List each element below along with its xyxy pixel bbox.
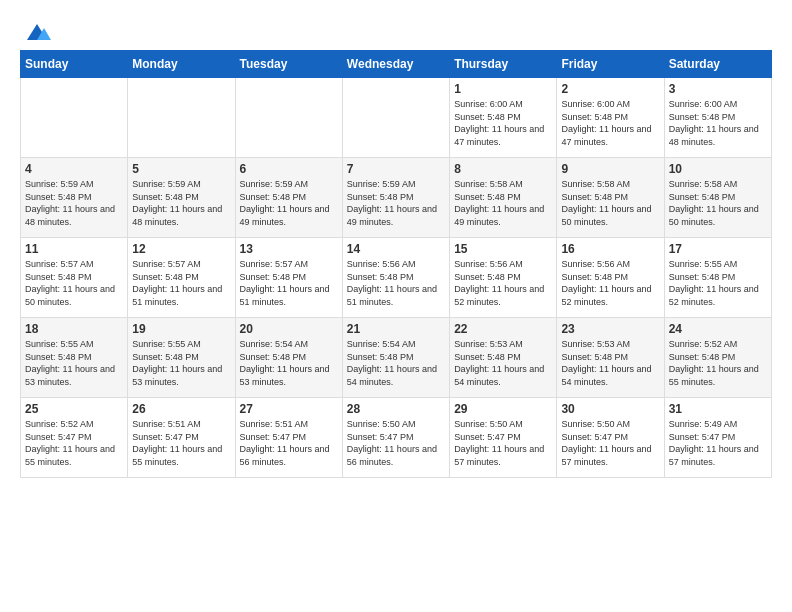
day-info: Sunrise: 5:55 AM Sunset: 5:48 PM Dayligh… — [669, 258, 767, 308]
day-number: 1 — [454, 82, 552, 96]
calendar-cell — [342, 78, 449, 158]
day-number: 24 — [669, 322, 767, 336]
calendar-cell: 8Sunrise: 5:58 AM Sunset: 5:48 PM Daylig… — [450, 158, 557, 238]
calendar-cell: 18Sunrise: 5:55 AM Sunset: 5:48 PM Dayli… — [21, 318, 128, 398]
day-number: 17 — [669, 242, 767, 256]
day-number: 31 — [669, 402, 767, 416]
logo — [20, 20, 52, 40]
weekday-header-monday: Monday — [128, 51, 235, 78]
calendar-cell: 14Sunrise: 5:56 AM Sunset: 5:48 PM Dayli… — [342, 238, 449, 318]
day-number: 3 — [669, 82, 767, 96]
calendar-cell — [128, 78, 235, 158]
calendar-cell: 30Sunrise: 5:50 AM Sunset: 5:47 PM Dayli… — [557, 398, 664, 478]
day-info: Sunrise: 6:00 AM Sunset: 5:48 PM Dayligh… — [454, 98, 552, 148]
day-info: Sunrise: 5:58 AM Sunset: 5:48 PM Dayligh… — [561, 178, 659, 228]
calendar-table: SundayMondayTuesdayWednesdayThursdayFrid… — [20, 50, 772, 478]
weekday-header-wednesday: Wednesday — [342, 51, 449, 78]
day-number: 25 — [25, 402, 123, 416]
calendar-cell: 13Sunrise: 5:57 AM Sunset: 5:48 PM Dayli… — [235, 238, 342, 318]
calendar-cell: 12Sunrise: 5:57 AM Sunset: 5:48 PM Dayli… — [128, 238, 235, 318]
day-info: Sunrise: 5:59 AM Sunset: 5:48 PM Dayligh… — [132, 178, 230, 228]
day-number: 23 — [561, 322, 659, 336]
day-number: 16 — [561, 242, 659, 256]
weekday-header-thursday: Thursday — [450, 51, 557, 78]
day-info: Sunrise: 5:58 AM Sunset: 5:48 PM Dayligh… — [669, 178, 767, 228]
day-info: Sunrise: 5:54 AM Sunset: 5:48 PM Dayligh… — [347, 338, 445, 388]
day-info: Sunrise: 5:57 AM Sunset: 5:48 PM Dayligh… — [240, 258, 338, 308]
day-number: 28 — [347, 402, 445, 416]
calendar-week-2: 4Sunrise: 5:59 AM Sunset: 5:48 PM Daylig… — [21, 158, 772, 238]
calendar-cell: 16Sunrise: 5:56 AM Sunset: 5:48 PM Dayli… — [557, 238, 664, 318]
day-info: Sunrise: 5:50 AM Sunset: 5:47 PM Dayligh… — [454, 418, 552, 468]
calendar-cell: 3Sunrise: 6:00 AM Sunset: 5:48 PM Daylig… — [664, 78, 771, 158]
weekday-header-sunday: Sunday — [21, 51, 128, 78]
day-number: 22 — [454, 322, 552, 336]
weekday-header-saturday: Saturday — [664, 51, 771, 78]
day-info: Sunrise: 6:00 AM Sunset: 5:48 PM Dayligh… — [561, 98, 659, 148]
day-number: 5 — [132, 162, 230, 176]
weekday-header-friday: Friday — [557, 51, 664, 78]
day-number: 19 — [132, 322, 230, 336]
calendar-cell: 19Sunrise: 5:55 AM Sunset: 5:48 PM Dayli… — [128, 318, 235, 398]
day-number: 27 — [240, 402, 338, 416]
day-number: 10 — [669, 162, 767, 176]
weekday-header-row: SundayMondayTuesdayWednesdayThursdayFrid… — [21, 51, 772, 78]
day-number: 30 — [561, 402, 659, 416]
day-number: 21 — [347, 322, 445, 336]
calendar-header: SundayMondayTuesdayWednesdayThursdayFrid… — [21, 51, 772, 78]
calendar-week-4: 18Sunrise: 5:55 AM Sunset: 5:48 PM Dayli… — [21, 318, 772, 398]
day-number: 13 — [240, 242, 338, 256]
day-info: Sunrise: 5:49 AM Sunset: 5:47 PM Dayligh… — [669, 418, 767, 468]
calendar-cell: 2Sunrise: 6:00 AM Sunset: 5:48 PM Daylig… — [557, 78, 664, 158]
calendar-cell — [235, 78, 342, 158]
calendar-body: 1Sunrise: 6:00 AM Sunset: 5:48 PM Daylig… — [21, 78, 772, 478]
day-info: Sunrise: 5:56 AM Sunset: 5:48 PM Dayligh… — [454, 258, 552, 308]
calendar-cell: 24Sunrise: 5:52 AM Sunset: 5:48 PM Dayli… — [664, 318, 771, 398]
day-info: Sunrise: 5:55 AM Sunset: 5:48 PM Dayligh… — [25, 338, 123, 388]
day-number: 6 — [240, 162, 338, 176]
calendar-cell: 20Sunrise: 5:54 AM Sunset: 5:48 PM Dayli… — [235, 318, 342, 398]
weekday-header-tuesday: Tuesday — [235, 51, 342, 78]
day-number: 18 — [25, 322, 123, 336]
logo-icon — [22, 20, 52, 44]
calendar-cell: 28Sunrise: 5:50 AM Sunset: 5:47 PM Dayli… — [342, 398, 449, 478]
day-info: Sunrise: 6:00 AM Sunset: 5:48 PM Dayligh… — [669, 98, 767, 148]
day-number: 11 — [25, 242, 123, 256]
calendar-cell: 23Sunrise: 5:53 AM Sunset: 5:48 PM Dayli… — [557, 318, 664, 398]
day-info: Sunrise: 5:59 AM Sunset: 5:48 PM Dayligh… — [25, 178, 123, 228]
day-info: Sunrise: 5:50 AM Sunset: 5:47 PM Dayligh… — [347, 418, 445, 468]
day-info: Sunrise: 5:53 AM Sunset: 5:48 PM Dayligh… — [561, 338, 659, 388]
day-info: Sunrise: 5:51 AM Sunset: 5:47 PM Dayligh… — [132, 418, 230, 468]
page-header — [20, 20, 772, 40]
day-number: 8 — [454, 162, 552, 176]
calendar-cell: 17Sunrise: 5:55 AM Sunset: 5:48 PM Dayli… — [664, 238, 771, 318]
day-info: Sunrise: 5:54 AM Sunset: 5:48 PM Dayligh… — [240, 338, 338, 388]
day-info: Sunrise: 5:56 AM Sunset: 5:48 PM Dayligh… — [561, 258, 659, 308]
calendar-cell: 21Sunrise: 5:54 AM Sunset: 5:48 PM Dayli… — [342, 318, 449, 398]
day-info: Sunrise: 5:55 AM Sunset: 5:48 PM Dayligh… — [132, 338, 230, 388]
day-number: 7 — [347, 162, 445, 176]
day-number: 29 — [454, 402, 552, 416]
day-info: Sunrise: 5:59 AM Sunset: 5:48 PM Dayligh… — [347, 178, 445, 228]
day-info: Sunrise: 5:58 AM Sunset: 5:48 PM Dayligh… — [454, 178, 552, 228]
day-info: Sunrise: 5:57 AM Sunset: 5:48 PM Dayligh… — [132, 258, 230, 308]
day-info: Sunrise: 5:50 AM Sunset: 5:47 PM Dayligh… — [561, 418, 659, 468]
calendar-cell: 25Sunrise: 5:52 AM Sunset: 5:47 PM Dayli… — [21, 398, 128, 478]
day-info: Sunrise: 5:52 AM Sunset: 5:48 PM Dayligh… — [669, 338, 767, 388]
day-number: 15 — [454, 242, 552, 256]
calendar-cell: 7Sunrise: 5:59 AM Sunset: 5:48 PM Daylig… — [342, 158, 449, 238]
day-number: 26 — [132, 402, 230, 416]
day-info: Sunrise: 5:51 AM Sunset: 5:47 PM Dayligh… — [240, 418, 338, 468]
day-number: 14 — [347, 242, 445, 256]
day-info: Sunrise: 5:56 AM Sunset: 5:48 PM Dayligh… — [347, 258, 445, 308]
day-info: Sunrise: 5:57 AM Sunset: 5:48 PM Dayligh… — [25, 258, 123, 308]
calendar-cell — [21, 78, 128, 158]
calendar-week-3: 11Sunrise: 5:57 AM Sunset: 5:48 PM Dayli… — [21, 238, 772, 318]
calendar-cell: 11Sunrise: 5:57 AM Sunset: 5:48 PM Dayli… — [21, 238, 128, 318]
calendar-cell: 4Sunrise: 5:59 AM Sunset: 5:48 PM Daylig… — [21, 158, 128, 238]
calendar-cell: 31Sunrise: 5:49 AM Sunset: 5:47 PM Dayli… — [664, 398, 771, 478]
day-number: 4 — [25, 162, 123, 176]
calendar-cell: 29Sunrise: 5:50 AM Sunset: 5:47 PM Dayli… — [450, 398, 557, 478]
calendar-cell: 27Sunrise: 5:51 AM Sunset: 5:47 PM Dayli… — [235, 398, 342, 478]
day-number: 20 — [240, 322, 338, 336]
